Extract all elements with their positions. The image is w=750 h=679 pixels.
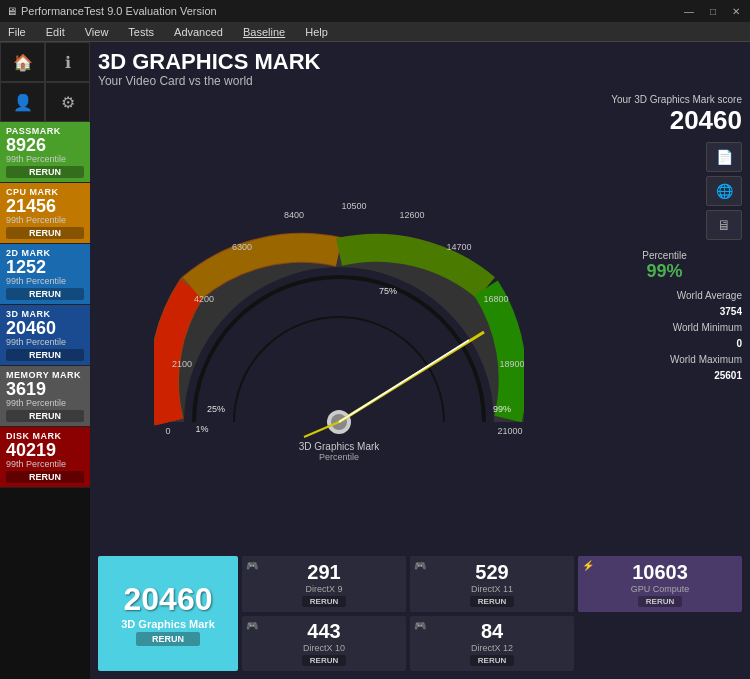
disk-percentile: 99th Percentile xyxy=(6,459,84,469)
score-value: 20460 xyxy=(587,105,742,136)
sidebar-card-2d[interactable]: 2D MARK 1252 99th Percentile RERUN xyxy=(0,244,90,305)
world-maximum-value: 25601 xyxy=(587,368,742,384)
dx9-value: 291 xyxy=(307,561,340,584)
main-score-value: 20460 xyxy=(124,581,213,618)
minimize-button[interactable]: — xyxy=(680,6,698,17)
svg-text:4200: 4200 xyxy=(193,294,213,304)
main-score-card: 20460 3D Graphics Mark RERUN xyxy=(98,556,238,671)
dx10-label: DirectX 10 xyxy=(303,643,345,653)
svg-text:6300: 6300 xyxy=(231,242,251,252)
svg-text:Percentile: Percentile xyxy=(318,452,358,462)
sub-cards-grid: 🎮 291 DirectX 9 RERUN 🎮 529 DirectX 11 R… xyxy=(242,556,742,671)
sidebar-top-icons: 🏠 ℹ 👤 ⚙ xyxy=(0,42,90,122)
sidebar-card-3d[interactable]: 3D MARK 20460 99th Percentile RERUN xyxy=(0,305,90,366)
passmark-percentile: 99th Percentile xyxy=(6,154,84,164)
world-minimum-label: World Minimum xyxy=(587,320,742,336)
icon-row-bottom: 👤 ⚙ xyxy=(0,82,90,122)
svg-line-19 xyxy=(339,340,469,422)
score-label: Your 3D Graphics Mark score xyxy=(587,94,742,105)
right-icons: 📄 🌐 🖥 xyxy=(587,142,742,240)
passmark-rerun[interactable]: RERUN xyxy=(6,166,84,178)
gpu-rerun[interactable]: RERUN xyxy=(638,596,682,607)
menu-file[interactable]: File xyxy=(4,26,30,38)
gpu-value: 10603 xyxy=(632,561,688,584)
cpu-percentile: 99th Percentile xyxy=(6,215,84,225)
icon-row-top: 🏠 ℹ xyxy=(0,42,90,82)
page-subtitle: Your Video Card vs the world xyxy=(98,74,742,88)
menu-edit[interactable]: Edit xyxy=(42,26,69,38)
svg-text:99%: 99% xyxy=(492,404,510,414)
cpu-rerun[interactable]: RERUN xyxy=(6,227,84,239)
dx11-icon: 🎮 xyxy=(414,560,426,571)
passmark-value: 8926 xyxy=(6,136,84,154)
sidebar-card-memory[interactable]: MEMORY MARK 3619 99th Percentile RERUN xyxy=(0,366,90,427)
menu-bar: File Edit View Tests Advanced Baseline H… xyxy=(0,22,750,42)
disk-value: 40219 xyxy=(6,441,84,459)
gpu-icon: ⚡ xyxy=(582,560,594,571)
svg-text:75%: 75% xyxy=(379,286,397,296)
sub-card-dx11: 🎮 529 DirectX 11 RERUN xyxy=(410,556,574,612)
close-button[interactable]: ✕ xyxy=(728,6,744,17)
main-score-label: 3D Graphics Mark xyxy=(121,618,215,630)
dx9-label: DirectX 9 xyxy=(305,584,342,594)
menu-view[interactable]: View xyxy=(81,26,113,38)
dx10-value: 443 xyxy=(307,620,340,643)
svg-text:18900: 18900 xyxy=(499,359,524,369)
main-content: 3D GRAPHICS MARK Your Video Card vs the … xyxy=(90,42,750,679)
sidebar-card-disk[interactable]: DISK MARK 40219 99th Percentile RERUN xyxy=(0,427,90,488)
info-icon-button[interactable]: ℹ xyxy=(45,42,90,82)
svg-text:16800: 16800 xyxy=(483,294,508,304)
dx9-rerun[interactable]: RERUN xyxy=(302,596,346,607)
title-bar-controls[interactable]: — □ ✕ xyxy=(680,6,744,17)
memory-percentile: 99th Percentile xyxy=(6,398,84,408)
dx12-rerun[interactable]: RERUN xyxy=(470,655,514,666)
svg-text:12600: 12600 xyxy=(399,210,424,220)
dx11-rerun[interactable]: RERUN xyxy=(470,596,514,607)
gauge-area: 0 2100 4200 6300 8400 10500 12600 14700 … xyxy=(98,94,579,550)
monitor-icon-button[interactable]: 🖥 xyxy=(706,210,742,240)
world-minimum-value: 0 xyxy=(587,336,742,352)
dx11-label: DirectX 11 xyxy=(471,584,513,594)
svg-text:8400: 8400 xyxy=(283,210,303,220)
settings-icon-button[interactable]: ⚙ xyxy=(45,82,90,122)
memory-rerun[interactable]: RERUN xyxy=(6,410,84,422)
disk-rerun[interactable]: RERUN xyxy=(6,471,84,483)
menu-tests[interactable]: Tests xyxy=(124,26,158,38)
cpu-value: 21456 xyxy=(6,197,84,215)
percentile-label: Percentile xyxy=(587,250,742,261)
world-icon-button[interactable]: 🌐 xyxy=(706,176,742,206)
dx10-icon: 🎮 xyxy=(246,620,258,631)
dx12-label: DirectX 12 xyxy=(471,643,513,653)
dx12-icon: 🎮 xyxy=(414,620,426,631)
maximize-button[interactable]: □ xyxy=(706,6,720,17)
report-icon-button[interactable]: 📄 xyxy=(706,142,742,172)
gauge-svg: 0 2100 4200 6300 8400 10500 12600 14700 … xyxy=(154,182,524,462)
bottom-cards: 20460 3D Graphics Mark RERUN 🎮 291 Direc… xyxy=(98,556,742,671)
world-average-value: 3754 xyxy=(587,304,742,320)
sidebar-card-cpu[interactable]: CPU MARK 21456 99th Percentile RERUN xyxy=(0,183,90,244)
2d-percentile: 99th Percentile xyxy=(6,276,84,286)
sub-card-gpu: ⚡ 10603 GPU Compute RERUN xyxy=(578,556,742,612)
sidebar: 🏠 ℹ 👤 ⚙ PASSMARK 8926 99th Percentile RE… xyxy=(0,42,90,679)
3d-value: 20460 xyxy=(6,319,84,337)
svg-text:3D Graphics Mark: 3D Graphics Mark xyxy=(298,441,380,452)
menu-help[interactable]: Help xyxy=(301,26,332,38)
svg-text:25%: 25% xyxy=(206,404,224,414)
menu-advanced[interactable]: Advanced xyxy=(170,26,227,38)
dx10-rerun[interactable]: RERUN xyxy=(302,655,346,666)
page-title: 3D GRAPHICS MARK xyxy=(98,50,742,74)
svg-text:0: 0 xyxy=(165,426,170,436)
user-icon-button[interactable]: 👤 xyxy=(0,82,45,122)
menu-baseline[interactable]: Baseline xyxy=(239,26,289,38)
right-panel: Your 3D Graphics Mark score 20460 📄 🌐 🖥 … xyxy=(587,94,742,550)
main-score-rerun[interactable]: RERUN xyxy=(136,632,200,646)
home-icon-button[interactable]: 🏠 xyxy=(0,42,45,82)
app-body: 🏠 ℹ 👤 ⚙ PASSMARK 8926 99th Percentile RE… xyxy=(0,42,750,679)
dx11-value: 529 xyxy=(475,561,508,584)
svg-text:2100: 2100 xyxy=(171,359,191,369)
2d-rerun[interactable]: RERUN xyxy=(6,288,84,300)
sidebar-card-passmark[interactable]: PASSMARK 8926 99th Percentile RERUN xyxy=(0,122,90,183)
app-icon: 🖥 xyxy=(6,5,17,17)
3d-rerun[interactable]: RERUN xyxy=(6,349,84,361)
title-bar-text: PerformanceTest 9.0 Evaluation Version xyxy=(21,5,217,17)
